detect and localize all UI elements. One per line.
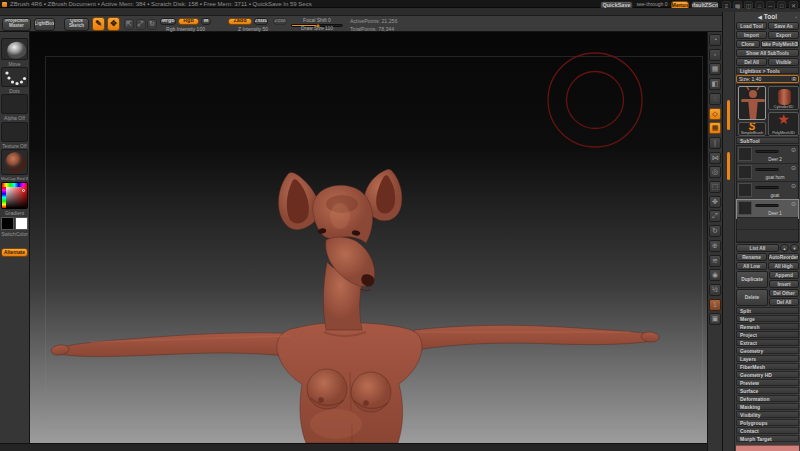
xpose-icon[interactable]: ⋈ <box>709 152 721 164</box>
mrgb-button[interactable]: Mrgb <box>160 18 176 25</box>
current-texture-slot[interactable]: Texture Off <box>1 122 28 149</box>
eye-icon[interactable]: ⊙ <box>791 147 796 153</box>
section-masking[interactable]: Masking <box>736 403 799 410</box>
r-button[interactable]: R <box>790 76 798 82</box>
section-polygroups[interactable]: Polygroups <box>736 419 799 426</box>
import-button[interactable]: Import <box>736 31 767 39</box>
list-all-button[interactable]: List All <box>736 244 779 252</box>
current-brush-slot[interactable]: Move <box>1 38 28 67</box>
subtool-mini-slider[interactable] <box>755 168 779 171</box>
document-canvas[interactable] <box>30 32 708 443</box>
close-button[interactable]: ✕ <box>789 1 798 10</box>
spix-icon[interactable]: ▫ <box>709 49 721 61</box>
duplicate-button[interactable]: Duplicate <box>736 271 768 288</box>
show-all-subtools-button[interactable]: Show All SubTools <box>736 49 799 57</box>
save-as-button[interactable]: Save As <box>768 22 799 30</box>
subtool-row[interactable]: ⊙ Deer 2 <box>737 146 798 164</box>
move-mode-button[interactable]: ⇱ <box>124 19 134 30</box>
section-deformation[interactable]: Deformation <box>736 395 799 402</box>
lightbox-tools-bar[interactable]: Lightbox > Tools <box>736 67 799 74</box>
eye-icon[interactable]: ⊙ <box>791 201 796 207</box>
lock-icon[interactable]: ⌂ <box>755 1 764 10</box>
subtool-up-button[interactable]: ▲ <box>780 244 789 252</box>
collapse-arrow-icon[interactable]: ◀ <box>758 14 762 20</box>
m-button[interactable]: M <box>201 18 211 25</box>
insert-button[interactable]: Insert <box>769 280 799 288</box>
local-symmetry-icon[interactable]: ∣ <box>709 137 721 149</box>
secondary-color-swatch[interactable] <box>15 217 28 230</box>
zoom3d-icon[interactable]: ⊕ <box>709 240 721 252</box>
export-button[interactable]: Export <box>768 31 799 39</box>
append-button[interactable]: Append <box>769 271 799 279</box>
draw-mode-button[interactable]: ✥ <box>107 17 120 31</box>
autoreorder-button[interactable]: AutoReorder <box>768 253 799 261</box>
subtool-row[interactable]: ⊙ goat <box>737 182 798 200</box>
section-contact[interactable]: Contact <box>736 427 799 434</box>
remesh-subsection[interactable]: Remesh <box>736 323 799 330</box>
actual-icon[interactable]: 1 <box>709 299 721 311</box>
subtool-mini-slider[interactable] <box>755 204 779 207</box>
section-fibermesh[interactable]: FiberMesh <box>736 363 799 370</box>
current-tool-thumb[interactable] <box>738 86 766 120</box>
rotate-canvas-icon[interactable]: ↻ <box>709 225 721 237</box>
polyframe-icon[interactable]: ▦ <box>709 63 721 75</box>
section-morph-target[interactable]: Morph Target <box>736 435 799 442</box>
section-geometry-hd[interactable]: Geometry HD <box>736 371 799 378</box>
color-picker[interactable]: Gradient <box>1 182 28 216</box>
subtool-down-button[interactable]: ▼ <box>790 244 799 252</box>
section-geometry[interactable]: Geometry <box>736 347 799 354</box>
scale-canvas-icon[interactable]: ⤢ <box>709 210 721 222</box>
subtool-row[interactable]: ⊙ goat horn <box>737 164 798 182</box>
move-canvas-icon[interactable]: ✥ <box>709 196 721 208</box>
rename-button[interactable]: Rename <box>736 253 767 261</box>
visible-button[interactable]: Visible <box>768 58 799 66</box>
lightbox-button[interactable]: LightBox <box>34 18 55 31</box>
del-other-button[interactable]: Del Other <box>769 289 799 297</box>
aahalf-icon[interactable]: ½ <box>709 284 721 296</box>
transp-icon[interactable]: ◧ <box>709 78 721 90</box>
load-tool-button[interactable]: Load Tool <box>736 22 767 30</box>
projection-master-button[interactable]: Projection Master <box>2 18 31 31</box>
simplebrush-thumb[interactable]: S SimpleBrush <box>738 122 766 136</box>
alternate-button[interactable]: Alternate <box>1 248 28 257</box>
divider-icon[interactable]: ◫ <box>744 1 753 10</box>
all-high-button[interactable]: All High <box>768 262 799 270</box>
minimize-button[interactable]: ─ <box>766 1 775 10</box>
thumb-size-slider[interactable]: Size: 1.40 R <box>736 75 799 83</box>
frame-icon[interactable]: ⬚ <box>709 181 721 193</box>
solo-icon[interactable]: ◎ <box>709 166 721 178</box>
make-polymesh3d-button[interactable]: Make PolyMesh3D <box>761 40 799 48</box>
zoom-icon[interactable]: ◉ <box>709 269 721 281</box>
current-alpha-slot[interactable]: Alpha Off <box>1 94 28 121</box>
zsub-button[interactable]: Zsub <box>254 18 268 25</box>
subtool-mini-slider[interactable] <box>755 150 779 153</box>
extract-subsection[interactable]: Extract <box>736 339 799 346</box>
del-all-button[interactable]: Del All <box>769 298 799 306</box>
rotate-mode-button[interactable]: ↻ <box>147 19 157 30</box>
section-visibility[interactable]: Visibility <box>736 411 799 418</box>
tool-scrollbar[interactable] <box>727 100 730 130</box>
rgb-button[interactable]: Rgb <box>178 18 199 25</box>
bpr-icon[interactable]: ◔ <box>709 34 721 46</box>
eye-icon[interactable]: ⊙ <box>791 183 796 189</box>
zadd-button[interactable]: Zadd <box>228 18 252 25</box>
ghost-icon[interactable]: ◌ <box>709 93 721 105</box>
merge-subsection[interactable]: Merge <box>736 315 799 322</box>
scale-mode-button[interactable]: ⤢ <box>136 19 146 30</box>
subtool-section-header[interactable]: SubTool <box>736 137 799 144</box>
current-material-slot[interactable]: MatCap Red Wax <box>1 149 28 181</box>
section-layers[interactable]: Layers <box>736 355 799 362</box>
scroll-icon[interactable]: ≋ <box>709 255 721 267</box>
zcut-button[interactable]: Zcut <box>273 18 287 25</box>
eye-icon[interactable]: ⊙ <box>791 165 796 171</box>
subtool-row-selected[interactable]: ⊙ Deer 1 <box>737 200 798 218</box>
section-preview[interactable]: Preview <box>736 379 799 386</box>
cylinder3d-thumb[interactable]: Cylinder3D <box>768 86 799 110</box>
clone-button[interactable]: Clone <box>736 40 760 48</box>
current-stroke-slot[interactable]: Dots <box>1 67 28 94</box>
qgrab-icon[interactable]: ▣ <box>709 313 721 325</box>
tray-pin-icon[interactable]: ◦ <box>795 14 797 20</box>
split-subsection[interactable]: Split <box>736 307 799 314</box>
del-all-tools-button[interactable]: Del All <box>736 58 767 66</box>
floor-icon[interactable]: ▦ <box>709 122 721 134</box>
